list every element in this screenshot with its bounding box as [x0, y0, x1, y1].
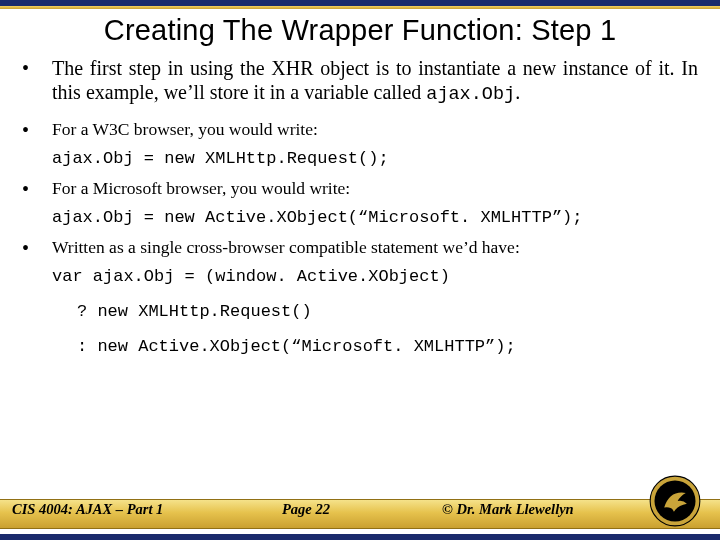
bullet-4-text: Written as a single cross-browser compat… [52, 237, 698, 259]
bullet-1-post: . [515, 81, 520, 103]
bullet-3-text: For a Microsoft browser, you would write… [52, 178, 698, 200]
footer-page: Page 22 [282, 501, 330, 518]
bullet-2-text: For a W3C browser, you would write: [52, 119, 698, 141]
slide: Creating The Wrapper Function: Step 1 • … [0, 0, 720, 540]
bullet-marker: • [22, 178, 52, 200]
slide-body: • The first step in using the XHR object… [0, 57, 720, 356]
bullet-marker: • [22, 119, 52, 141]
accent-bar-top [0, 6, 720, 9]
code-4a: var ajax.Obj = (window. Active.XObject) [52, 267, 698, 286]
bullet-2: • For a W3C browser, you would write: [22, 119, 698, 141]
footer: CIS 4004: AJAX – Part 1 Page 22 © Dr. Ma… [0, 492, 720, 528]
code-2: ajax.Obj = new XMLHttp.Request(); [52, 149, 698, 168]
ucf-pegasus-logo-icon [648, 474, 702, 528]
bullet-marker: • [22, 237, 52, 259]
code-3: ajax.Obj = new Active.XObject(“Microsoft… [52, 208, 698, 227]
footer-left: CIS 4004: AJAX – Part 1 [12, 501, 163, 518]
slide-title: Creating The Wrapper Function: Step 1 [0, 14, 720, 47]
bullet-marker: • [22, 57, 52, 105]
bullet-1-text: The first step in using the XHR object i… [52, 57, 698, 105]
bullet-1: • The first step in using the XHR object… [22, 57, 698, 105]
bullet-1-pre: The first step in using the XHR object i… [52, 57, 698, 103]
bullet-4: • Written as a single cross-browser comp… [22, 237, 698, 259]
code-4c: : new Active.XObject(“Microsoft. XMLHTTP… [77, 337, 698, 356]
footer-right: © Dr. Mark Llewellyn [442, 501, 574, 518]
bullet-3: • For a Microsoft browser, you would wri… [22, 178, 698, 200]
bullet-1-code: ajax.Obj [426, 84, 515, 105]
code-4b: ? new XMLHttp.Request() [77, 302, 698, 321]
